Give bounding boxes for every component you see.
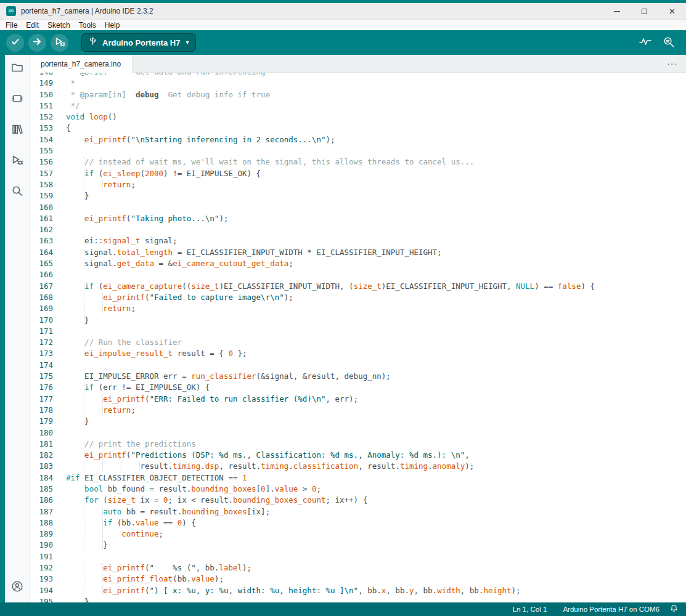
line-number[interactable]: 162 (30, 224, 66, 235)
line-number[interactable]: 187 (30, 506, 66, 517)
code-line[interactable]: 162 (30, 224, 686, 235)
code-line[interactable]: 185 bool bb_found = result.bounding_boxe… (30, 484, 686, 495)
line-number[interactable]: 166 (30, 269, 66, 280)
line-number[interactable]: 183 (30, 461, 66, 472)
close-button[interactable]: ✕ (658, 3, 686, 19)
code-line[interactable]: 164 signal.total_length = EI_CLASSIFIER_… (30, 247, 686, 258)
line-number[interactable]: 175 (30, 371, 66, 382)
line-number[interactable]: 163 (30, 235, 66, 246)
notifications-bell-button[interactable] (669, 604, 679, 615)
line-number[interactable]: 185 (30, 484, 66, 495)
code-line[interactable]: 152void loop() (30, 111, 686, 123)
menu-sketch[interactable]: Sketch (43, 20, 75, 30)
line-number[interactable]: 159 (30, 190, 66, 201)
line-number[interactable]: 182 (30, 450, 66, 461)
code-line[interactable]: 194 ei_printf(") [ x: %u, y: %u, width: … (30, 585, 686, 596)
line-number[interactable]: 161 (30, 213, 66, 224)
code-line[interactable]: 166 (30, 269, 686, 280)
code-line[interactable]: 178 return; (30, 405, 686, 416)
line-number[interactable]: 189 (30, 529, 66, 540)
line-number[interactable]: 155 (30, 145, 66, 156)
line-number[interactable]: 194 (30, 585, 66, 596)
line-number[interactable]: 181 (30, 439, 66, 450)
code-line[interactable]: 193 ei_printf_float(bb.value); (30, 573, 686, 585)
verify-button[interactable] (6, 34, 24, 52)
code-line[interactable]: 168 ei_printf("Failed to capture image\r… (30, 292, 686, 303)
line-number[interactable]: 174 (30, 360, 66, 371)
line-number[interactable]: 156 (30, 156, 66, 168)
line-number[interactable]: 190 (30, 540, 66, 551)
board-port-status[interactable]: Arduino Portenta H7 on COM6 (563, 606, 659, 613)
code-line[interactable]: 183 result.timing.dsp, result.timing.cla… (30, 461, 686, 472)
line-number[interactable]: 195 (30, 596, 66, 602)
cursor-position-indicator[interactable]: Ln 1, Col 1 (513, 606, 547, 613)
line-number[interactable]: 172 (30, 337, 66, 348)
line-number[interactable]: 157 (30, 168, 66, 179)
sidebar-item-debug[interactable] (9, 153, 25, 169)
code-line[interactable]: 157 if (ei_sleep(2000) != EI_IMPULSE_OK)… (30, 168, 686, 179)
line-number[interactable]: 186 (30, 495, 66, 506)
sidebar-item-account[interactable] (9, 579, 25, 595)
menu-help[interactable]: Help (100, 20, 125, 30)
line-number[interactable]: 191 (30, 551, 66, 562)
code-line[interactable]: 175 EI_IMPULSE_ERROR err = run_classifie… (30, 371, 686, 382)
code-line[interactable]: 155 (30, 145, 686, 156)
serial-monitor-button[interactable] (660, 34, 677, 51)
code-line[interactable]: 171 (30, 326, 686, 337)
line-number[interactable]: 178 (30, 405, 66, 416)
debug-button[interactable] (51, 34, 68, 52)
code-line[interactable]: 160 (30, 202, 686, 213)
code-line[interactable]: 189 continue; (30, 529, 686, 540)
sidebar-item-search[interactable] (9, 184, 25, 200)
code-line[interactable]: 182 ei_printf("Predictions (DSP: %d ms.,… (30, 450, 686, 461)
line-number[interactable]: 148 (30, 73, 66, 78)
code-line[interactable]: 151 */ (30, 100, 686, 111)
line-number[interactable]: 154 (30, 134, 66, 145)
line-number[interactable]: 193 (30, 573, 66, 585)
menu-tools[interactable]: Tools (75, 20, 100, 30)
code-editor[interactable]: 148 * @brief Get data and run inferencin… (30, 73, 686, 602)
minimize-button[interactable] (603, 3, 631, 19)
board-selector-dropdown[interactable]: Arduino Portenta H7 ▾ (81, 33, 196, 52)
code-line[interactable]: 150 * @param[in] debug Get debug info if… (30, 89, 686, 100)
upload-button[interactable] (28, 34, 46, 52)
code-line[interactable]: 186 for (size_t ix = 0; ix < result.boun… (30, 495, 686, 506)
code-line[interactable]: 179 } (30, 416, 686, 427)
line-number[interactable]: 168 (30, 292, 66, 303)
line-number[interactable]: 165 (30, 258, 66, 269)
code-line[interactable]: 154 ei_printf("\nStarting inferencing in… (30, 134, 686, 145)
menu-edit[interactable]: Edit (22, 20, 43, 30)
sidebar-item-library-manager[interactable] (9, 122, 25, 138)
line-number[interactable]: 152 (30, 111, 66, 123)
code-line[interactable]: 176 if (err != EI_IMPULSE_OK) { (30, 382, 686, 393)
line-number[interactable]: 164 (30, 247, 66, 258)
code-line[interactable]: 180 (30, 428, 686, 439)
code-line[interactable]: 190 } (30, 540, 686, 551)
line-number[interactable]: 170 (30, 315, 66, 326)
code-line[interactable]: 163 ei::signal_t signal; (30, 235, 686, 246)
code-line[interactable]: 191 (30, 551, 686, 562)
code-line[interactable]: 165 signal.get_data = &ei_camera_cutout_… (30, 258, 686, 269)
line-number[interactable]: 151 (30, 100, 66, 111)
line-number[interactable]: 188 (30, 517, 66, 529)
serial-plotter-button[interactable] (637, 34, 654, 51)
code-line[interactable]: 156 // instead of wait_ms, we'll wait on… (30, 156, 686, 168)
line-number[interactable]: 176 (30, 382, 66, 393)
code-line[interactable]: 159 } (30, 190, 686, 201)
tab-overflow-menu[interactable]: ··· (658, 59, 686, 68)
code-line[interactable]: 195 } (30, 596, 686, 602)
line-number[interactable]: 184 (30, 472, 66, 484)
tab-portenta-h7-camera[interactable]: portenta_h7_camera.ino (30, 55, 133, 73)
code-line[interactable]: 177 ei_printf("ERR: Failed to run classi… (30, 394, 686, 405)
code-line[interactable]: 170 } (30, 315, 686, 326)
code-line[interactable]: 167 if (ei_camera_capture((size_t)EI_CLA… (30, 281, 686, 292)
sidebar-item-boards-manager[interactable] (9, 91, 25, 107)
menu-file[interactable]: File (1, 20, 22, 30)
maximize-button[interactable] (631, 3, 658, 19)
line-number[interactable]: 192 (30, 562, 66, 573)
code-line[interactable]: 169 return; (30, 303, 686, 314)
code-line[interactable]: 192 ei_printf(" %s (", bb.label); (30, 562, 686, 573)
line-number[interactable]: 177 (30, 394, 66, 405)
code-line[interactable]: 172 // Run the classifier (30, 337, 686, 348)
code-line[interactable]: 187 auto bb = result.bounding_boxes[ix]; (30, 506, 686, 517)
